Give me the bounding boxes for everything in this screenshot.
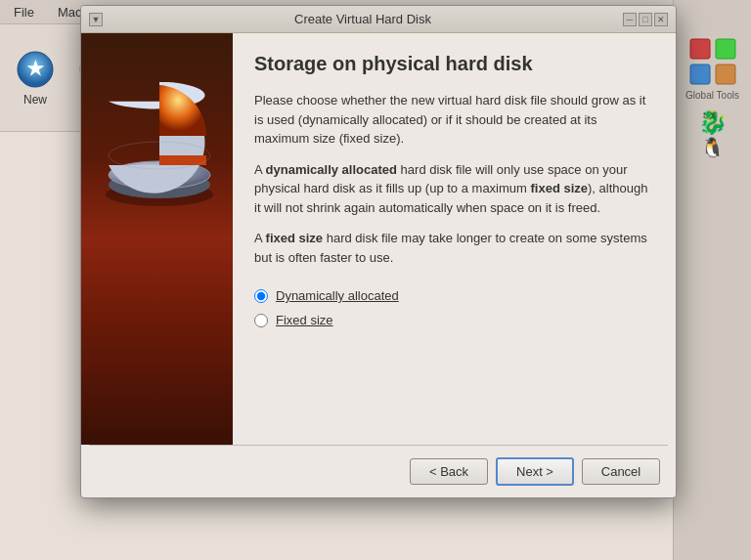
titlebar-maximize-btn[interactable]: □ xyxy=(639,13,652,26)
mascot-decoration2: 🐧 xyxy=(700,136,725,159)
toolbar-new[interactable]: ★ New xyxy=(8,46,63,110)
bold-fixed-size-2: fixed size xyxy=(266,231,324,245)
titlebar-right-controls: ─ □ ✕ xyxy=(623,13,668,26)
dialog-title: Create Virtual Hard Disk xyxy=(103,12,623,26)
next-button[interactable]: Next > xyxy=(496,457,574,486)
dialog-image-panel xyxy=(81,33,233,445)
right-panel: Global Tools 🐉 🐧 xyxy=(673,0,751,560)
radio-fixed-label: Fixed size xyxy=(276,313,333,327)
svg-text:★: ★ xyxy=(26,58,45,79)
titlebar-collapse-btn[interactable]: ▼ xyxy=(89,13,103,26)
svg-rect-11 xyxy=(716,39,735,59)
bold-dynamically: dynamically allocated xyxy=(266,162,397,177)
toolbar-new-label: New xyxy=(23,93,47,107)
dialog: ▼ Create Virtual Hard Disk ─ □ ✕ xyxy=(80,5,677,498)
titlebar-minimize-btn[interactable]: ─ xyxy=(623,13,637,26)
radio-dynamic-label: Dynamically allocated xyxy=(276,288,399,303)
bold-fixed-size: fixed size xyxy=(531,181,589,195)
dialog-heading: Storage on physical hard disk xyxy=(254,53,654,75)
dialog-paragraph-3: A fixed size hard disk file may take lon… xyxy=(254,229,654,267)
titlebar-close-btn[interactable]: ✕ xyxy=(654,13,668,26)
cancel-button[interactable]: Cancel xyxy=(582,458,660,485)
dialog-paragraph-1: Please choose whether the new virtual ha… xyxy=(254,91,654,149)
svg-rect-9 xyxy=(690,39,710,59)
dialog-titlebar: ▼ Create Virtual Hard Disk ─ □ ✕ xyxy=(81,6,676,33)
global-tools-label: Global Tools xyxy=(685,90,739,101)
dialog-paragraph-2: A dynamically allocated hard disk file w… xyxy=(254,160,654,218)
mascot-decoration: 🐉 xyxy=(698,108,728,136)
radio-dynamic-item[interactable]: Dynamically allocated xyxy=(254,288,654,303)
svg-rect-10 xyxy=(690,65,710,84)
menu-file[interactable]: File xyxy=(8,3,40,22)
new-icon: ★ xyxy=(16,50,55,89)
back-button[interactable]: < Back xyxy=(410,458,488,485)
radio-dynamic[interactable] xyxy=(254,289,268,303)
global-tools-icon xyxy=(688,37,737,86)
radio-fixed[interactable] xyxy=(254,314,268,327)
dialog-content: Storage on physical hard disk Please cho… xyxy=(233,33,676,445)
dialog-body: Storage on physical hard disk Please cho… xyxy=(81,33,676,445)
svg-rect-12 xyxy=(716,65,735,84)
radio-fixed-item[interactable]: Fixed size xyxy=(254,313,654,327)
radio-group: Dynamically allocated Fixed size xyxy=(254,288,654,327)
titlebar-left-controls: ▼ xyxy=(89,13,103,26)
dialog-footer: < Back Next > Cancel xyxy=(81,446,676,497)
pie-chart-illustration xyxy=(91,82,228,219)
